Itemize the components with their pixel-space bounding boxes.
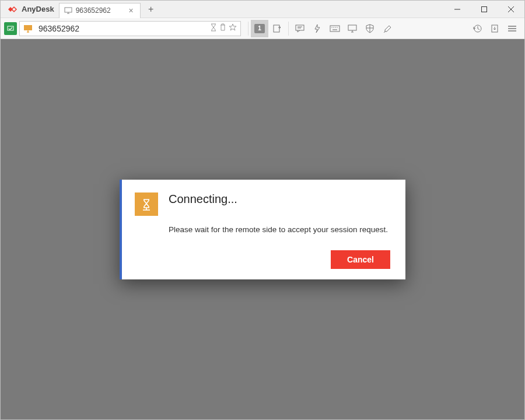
address-input[interactable]	[36, 24, 210, 33]
svg-point-18	[335, 27, 335, 27]
dialog-actions: Cancel	[135, 250, 390, 269]
anydesk-logo-icon	[4, 1, 19, 18]
trash-icon[interactable]	[219, 23, 226, 34]
whiteboard-button[interactable]	[379, 20, 396, 37]
history-button[interactable]	[468, 20, 486, 37]
connecting-dialog: Connecting... Please wait for the remote…	[120, 180, 405, 279]
display-settings-button[interactable]	[344, 20, 361, 37]
monitor-badge: 1	[254, 24, 265, 33]
svg-point-17	[333, 27, 334, 27]
dialog-header: Connecting...	[135, 192, 390, 216]
window-controls	[444, 1, 524, 18]
toolbar: 1	[1, 18, 524, 39]
actions-button[interactable]	[309, 20, 326, 37]
svg-rect-4	[482, 6, 487, 12]
maximize-button[interactable]	[471, 1, 498, 18]
app-window: AnyDesk 963652962 × +	[0, 0, 525, 420]
toolbar-group-display: 1	[251, 20, 286, 37]
session-tab[interactable]: 963652962 ×	[59, 3, 141, 18]
toolbar-group-right	[468, 20, 521, 37]
svg-rect-11	[274, 25, 279, 32]
menu-button[interactable]	[503, 20, 521, 37]
toolbar-group-session	[291, 20, 396, 37]
connection-status-icon[interactable]	[4, 22, 17, 35]
download-button[interactable]	[486, 20, 503, 37]
svg-rect-8	[24, 25, 32, 30]
monitor-icon	[64, 7, 72, 14]
svg-point-16	[331, 27, 332, 27]
divider	[288, 22, 289, 36]
close-icon[interactable]: ×	[127, 6, 135, 15]
svg-rect-21	[348, 25, 356, 30]
titlebar: AnyDesk 963652962 × +	[1, 1, 524, 18]
star-icon[interactable]	[229, 23, 237, 34]
content-area: Connecting... Please wait for the remote…	[1, 39, 524, 419]
hourglass-monitor-icon	[135, 192, 158, 216]
keyboard-button[interactable]	[326, 20, 344, 37]
monitor-color-icon	[20, 24, 36, 33]
chat-button[interactable]	[291, 20, 309, 37]
file-transfer-button[interactable]	[268, 20, 286, 37]
tab-label: 963652962	[76, 6, 124, 15]
svg-rect-0	[65, 8, 72, 12]
svg-rect-15	[330, 26, 340, 32]
close-window-button[interactable]	[498, 1, 524, 18]
hourglass-icon[interactable]	[210, 23, 217, 34]
dialog-title: Connecting...	[169, 192, 237, 206]
titlebar-left: AnyDesk 963652962 × +	[1, 1, 159, 18]
minimize-button[interactable]	[444, 1, 471, 18]
new-tab-button[interactable]: +	[143, 4, 159, 15]
svg-rect-7	[8, 26, 13, 30]
monitor-select-button[interactable]: 1	[251, 20, 268, 37]
svg-point-19	[337, 27, 337, 27]
app-title: AnyDesk	[22, 5, 59, 13]
divider	[248, 22, 249, 36]
address-bar	[19, 21, 241, 36]
dialog-message: Please wait for the remote side to accep…	[169, 225, 390, 234]
permissions-button[interactable]	[361, 20, 379, 37]
address-actions	[210, 23, 240, 34]
cancel-button[interactable]: Cancel	[331, 250, 390, 269]
